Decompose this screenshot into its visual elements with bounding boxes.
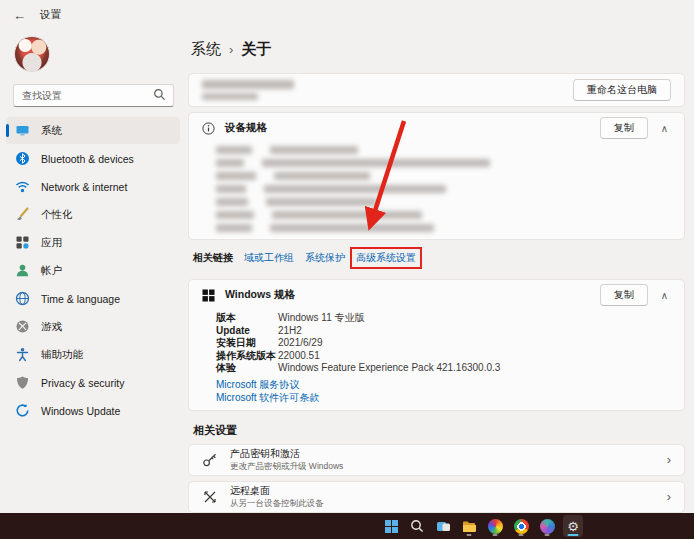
accessibility-icon: [15, 347, 30, 362]
blurred-device-specs: [189, 143, 684, 239]
sidebar-item-bluetooth-devices[interactable]: Bluetooth & devices: [6, 145, 180, 172]
breadcrumb-separator: ›: [229, 42, 233, 57]
license-terms-link[interactable]: Microsoft 软件许可条款: [216, 391, 671, 404]
row-subtitle: 从另一台设备控制此设备: [230, 498, 324, 509]
app-title: 设置: [40, 8, 61, 22]
breadcrumb-about: 关于: [241, 40, 271, 59]
sidebar-item-personalization[interactable]: 个性化: [6, 201, 180, 228]
sidebar-item-accounts[interactable]: 帐户: [6, 257, 180, 284]
rename-pc-button[interactable]: 重命名这台电脑: [573, 79, 671, 101]
sidebar-item-windows-update[interactable]: Windows Update: [6, 397, 180, 424]
titlebar: ← 设置: [0, 0, 694, 30]
sidebar-item-system[interactable]: 系统: [6, 117, 180, 144]
xbox-icon: [15, 319, 30, 334]
sidebar-item-label: 辅助功能: [41, 348, 83, 362]
spec-row: 安装日期 2021/6/29: [216, 337, 671, 350]
sidebar-item-label: Time & language: [41, 293, 120, 305]
windows-spec-copy-button[interactable]: 复制: [600, 284, 648, 306]
sidebar-item-label: Windows Update: [41, 405, 120, 417]
settings-gear-icon: ⚙: [567, 520, 579, 533]
sidebar-item-label: 帐户: [41, 264, 62, 278]
search-icon: [153, 88, 166, 101]
windows-spec-collapse-chevron[interactable]: ∧: [658, 290, 671, 301]
taskbar-icons: ⚙: [381, 513, 583, 539]
system-protection-link[interactable]: 系统保护: [305, 251, 345, 265]
advanced-system-settings-link[interactable]: 高级系统设置: [356, 252, 416, 263]
globe-icon: [15, 291, 30, 306]
windows-spec-card: Windows 规格 复制 ∧ 版本 Windows 11 专业版 Update…: [188, 279, 685, 411]
chrome-icon: [514, 519, 529, 534]
row-title: 产品密钥和激活: [230, 448, 343, 459]
advanced-system-settings-wrap: 高级系统设置: [356, 251, 416, 265]
spec-row: Update 21H2: [216, 325, 671, 338]
sidebar: 系统 Bluetooth & devices Network & interne…: [0, 30, 186, 513]
chevron-right-icon: ›: [667, 452, 671, 467]
update-icon: [15, 403, 30, 418]
task-view-button[interactable]: [433, 515, 453, 537]
sidebar-item-network-internet[interactable]: Network & internet: [6, 173, 180, 200]
sidebar-item-apps[interactable]: 应用: [6, 229, 180, 256]
sidebar-item-time-language[interactable]: Time & language: [6, 285, 180, 312]
sidebar-item-label: 游戏: [41, 320, 62, 334]
windows-logo-icon: [202, 289, 215, 302]
sidebar-item-label: 应用: [41, 236, 62, 250]
product-key-activation-row[interactable]: 产品密钥和激活 更改产品密钥或升级 Windows ›: [188, 444, 685, 476]
chrome-button[interactable]: [511, 515, 531, 537]
wifi-icon: [15, 179, 30, 194]
search-icon: [410, 519, 424, 533]
back-button[interactable]: ←: [13, 8, 26, 23]
search-input[interactable]: [13, 84, 174, 107]
device-spec-title: 设备规格: [225, 121, 267, 135]
taskbar-search-button[interactable]: [407, 515, 427, 537]
sidebar-item-privacy-security[interactable]: Privacy & security: [6, 369, 180, 396]
breadcrumb-system[interactable]: 系统: [191, 40, 221, 59]
remote-desktop-icon: [202, 489, 218, 505]
photos-icon: [540, 519, 555, 534]
sidebar-item-label: 系统: [41, 124, 62, 138]
sidebar-item-label: Privacy & security: [41, 377, 124, 389]
apps-icon: [15, 235, 30, 250]
related-links-row: 相关链接 域或工作组 系统保护 高级系统设置: [193, 249, 685, 267]
user-avatar: [14, 36, 50, 72]
device-spec-copy-button[interactable]: 复制: [600, 117, 648, 139]
person-icon: [15, 263, 30, 278]
start-icon: [384, 519, 399, 534]
settings-app-button[interactable]: ⚙: [563, 515, 583, 537]
shield-icon: [15, 375, 30, 390]
windows-spec-links: Microsoft 服务协议 Microsoft 软件许可条款: [189, 375, 684, 404]
windows-spec-title: Windows 规格: [225, 288, 295, 302]
sidebar-item-label: Network & internet: [41, 181, 127, 193]
paint-app-button[interactable]: [485, 515, 505, 537]
chevron-right-icon: ›: [667, 489, 671, 504]
spec-row: 版本 Windows 11 专业版: [216, 312, 671, 325]
windows-spec-header[interactable]: Windows 规格 复制 ∧: [189, 280, 684, 310]
taskbar: ⚙: [0, 513, 694, 539]
device-name-card: 重命名这台电脑: [188, 73, 685, 107]
start-button[interactable]: [381, 515, 401, 537]
sidebar-item-label: Bluetooth & devices: [41, 153, 134, 165]
info-icon: [202, 122, 215, 135]
remote-desktop-row[interactable]: 远程桌面 从另一台设备控制此设备 ›: [188, 481, 685, 513]
task-view-icon: [436, 519, 451, 534]
sidebar-item-accessibility[interactable]: 辅助功能: [6, 341, 180, 368]
photos-app-button[interactable]: [537, 515, 557, 537]
bluetooth-icon: [15, 151, 30, 166]
device-spec-collapse-chevron[interactable]: ∧: [658, 123, 671, 134]
sidebar-item-gaming[interactable]: 游戏: [6, 313, 180, 340]
blurred-device-name: [202, 80, 294, 100]
services-agreement-link[interactable]: Microsoft 服务协议: [216, 378, 671, 391]
sidebar-item-label: 个性化: [41, 208, 73, 222]
domain-workgroup-link[interactable]: 域或工作组: [244, 251, 294, 265]
row-title: 远程桌面: [230, 485, 324, 496]
row-subtitle: 更改产品密钥或升级 Windows: [230, 461, 343, 472]
system-icon: [15, 123, 30, 138]
brush-icon: [15, 207, 30, 222]
device-spec-card: 设备规格 复制 ∧: [188, 112, 685, 240]
file-explorer-icon: [462, 519, 477, 534]
sidebar-nav: 系统 Bluetooth & devices Network & interne…: [0, 117, 186, 424]
file-explorer-button[interactable]: [459, 515, 479, 537]
windows-spec-rows: 版本 Windows 11 专业版 Update 21H2 安装日期 2021/…: [189, 310, 684, 375]
device-spec-header[interactable]: 设备规格 复制 ∧: [189, 113, 684, 143]
related-links-label: 相关链接: [193, 251, 233, 265]
related-settings-heading: 相关设置: [193, 423, 685, 438]
